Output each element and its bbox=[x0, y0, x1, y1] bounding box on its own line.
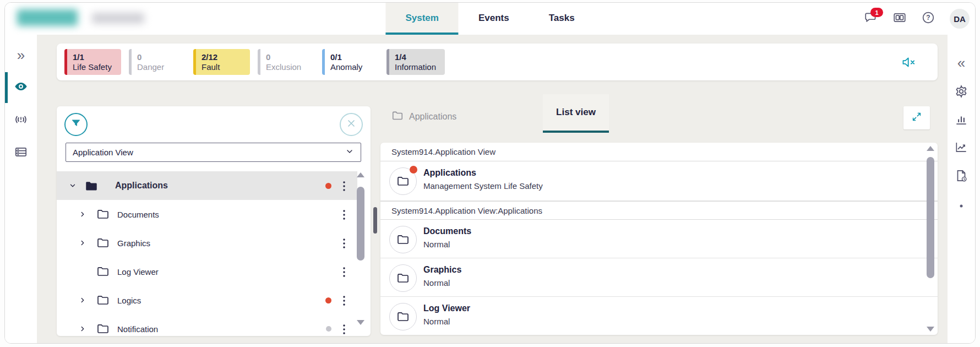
speaker-muted-icon bbox=[901, 62, 918, 71]
primary-tabs: System Events Tasks bbox=[385, 3, 594, 35]
item-status: Normal bbox=[423, 317, 450, 326]
summary-chip-fault[interactable]: 2/12 Fault bbox=[193, 49, 250, 75]
screen: System Events Tasks 1 ? DA bbox=[0, 0, 980, 347]
chip-label: Danger bbox=[137, 62, 177, 72]
tab-events[interactable]: Events bbox=[459, 3, 529, 35]
alarms-button[interactable] bbox=[14, 112, 28, 129]
kebab-menu-button[interactable] bbox=[340, 295, 349, 306]
kebab-menu-button[interactable] bbox=[340, 209, 349, 220]
chevron-down-icon[interactable] bbox=[69, 182, 77, 189]
tree-node-notification[interactable]: Notification bbox=[57, 315, 357, 336]
tree-node-graphics[interactable]: Graphics bbox=[57, 229, 357, 257]
summary-chip-life-safety[interactable]: 1/1 Life Safety bbox=[64, 49, 121, 75]
trends-button[interactable] bbox=[954, 140, 968, 156]
expand-rail-button[interactable]: » bbox=[17, 47, 25, 64]
filter-button[interactable] bbox=[64, 113, 88, 136]
event-dot bbox=[410, 166, 417, 174]
scrollbar-thumb[interactable] bbox=[357, 187, 364, 261]
collapse-panel-button[interactable]: « bbox=[957, 55, 965, 72]
tree-node-documents[interactable]: Documents bbox=[57, 200, 357, 229]
item-avatar bbox=[389, 226, 417, 253]
event-dot bbox=[325, 297, 331, 303]
workspace-name-redacted bbox=[92, 13, 144, 24]
chip-label: Information bbox=[395, 62, 436, 72]
folder-icon bbox=[96, 208, 110, 221]
item-title: Applications bbox=[423, 168, 476, 178]
summary-chip-danger[interactable]: 0 Danger bbox=[129, 49, 186, 75]
chevron-double-left-icon: « bbox=[957, 55, 965, 71]
kebab-menu-button[interactable] bbox=[340, 237, 349, 248]
tab-tasks[interactable]: Tasks bbox=[529, 3, 595, 35]
chip-count: 0 bbox=[137, 52, 177, 62]
panel-resize-handle[interactable] bbox=[373, 207, 377, 234]
folder-filled-icon bbox=[84, 179, 97, 192]
expand-arrows-icon bbox=[911, 111, 923, 125]
item-title: Documents bbox=[423, 226, 471, 236]
settings-button[interactable] bbox=[954, 84, 968, 101]
gear-icon bbox=[954, 91, 968, 100]
tree-node-label: Logics bbox=[117, 296, 141, 305]
chip-label: Fault bbox=[202, 62, 241, 72]
split-view-button[interactable] bbox=[892, 12, 907, 26]
chevron-down-icon bbox=[345, 147, 354, 158]
servers-button[interactable] bbox=[14, 145, 28, 161]
tab-system[interactable]: System bbox=[385, 3, 458, 35]
notifications-button[interactable]: 1 bbox=[864, 12, 878, 26]
mute-alarms-button[interactable] bbox=[901, 55, 918, 69]
summary-chip-exclusion[interactable]: 0 Exclusion bbox=[258, 49, 314, 75]
close-icon bbox=[346, 118, 356, 131]
server-rack-icon bbox=[14, 151, 28, 161]
more-indicator-dot bbox=[960, 205, 963, 208]
active-rail-indicator bbox=[5, 72, 8, 103]
top-bar-actions: 1 ? DA bbox=[864, 3, 970, 35]
list-item-documents[interactable]: Documents Normal bbox=[380, 220, 938, 258]
chevron-right-icon[interactable] bbox=[79, 239, 86, 247]
list-item-graphics[interactable]: Graphics Normal bbox=[380, 258, 938, 297]
help-button[interactable]: ? bbox=[921, 12, 935, 26]
item-avatar bbox=[389, 167, 417, 195]
event-dot bbox=[325, 183, 331, 189]
list-scrollbar[interactable] bbox=[927, 143, 934, 335]
user-avatar[interactable]: DA bbox=[950, 9, 970, 29]
event-summary-bar: 1/1 Life Safety 0 Danger 2/12 Fault 0 Ex… bbox=[57, 44, 938, 80]
chip-label: Anomaly bbox=[330, 62, 370, 72]
scroll-down-arrow[interactable] bbox=[927, 327, 934, 332]
breadcrumb[interactable]: Applications bbox=[391, 110, 456, 124]
tab-list-view[interactable]: List view bbox=[543, 94, 609, 133]
reports-button[interactable] bbox=[954, 112, 968, 129]
list-item-applications[interactable]: Applications Management System Life Safe… bbox=[380, 161, 938, 201]
bar-chart-icon bbox=[954, 119, 968, 128]
clear-filter-button[interactable] bbox=[340, 113, 363, 136]
list-group-header: System914.Application View bbox=[380, 143, 938, 161]
chevron-right-icon[interactable] bbox=[79, 296, 86, 304]
left-rail: » bbox=[5, 35, 37, 343]
system-browser-button[interactable] bbox=[13, 79, 29, 96]
kebab-menu-button[interactable] bbox=[340, 323, 349, 334]
tree-scrollbar[interactable] bbox=[357, 168, 364, 336]
help-icon: ? bbox=[921, 10, 935, 27]
folder-icon bbox=[96, 322, 110, 335]
summary-chip-information[interactable]: 1/4 Information bbox=[386, 49, 445, 75]
tree-node-logics[interactable]: Logics bbox=[57, 286, 357, 315]
breadcrumb-label: Applications bbox=[409, 112, 456, 122]
folder-icon bbox=[96, 236, 110, 250]
scrollbar-thumb[interactable] bbox=[927, 157, 934, 278]
tree-node-label: Applications bbox=[115, 181, 168, 191]
expand-view-button[interactable] bbox=[903, 106, 930, 129]
list-item-log-viewer[interactable]: Log Viewer Normal bbox=[380, 297, 938, 335]
summary-chip-anomaly[interactable]: 0/1 Anomaly bbox=[322, 49, 379, 75]
scroll-up-arrow[interactable] bbox=[357, 172, 364, 177]
tree-node-label: Log Viewer bbox=[117, 267, 159, 276]
kebab-menu-button[interactable] bbox=[340, 180, 349, 191]
scheduled-reports-button[interactable] bbox=[954, 169, 968, 185]
scroll-down-arrow[interactable] bbox=[357, 320, 364, 325]
chip-count: 0/1 bbox=[330, 52, 370, 62]
tree-node-applications[interactable]: Applications bbox=[57, 171, 357, 200]
view-selector[interactable]: Application View bbox=[66, 143, 361, 162]
tree-node-log-viewer[interactable]: Log Viewer bbox=[57, 257, 357, 286]
scroll-up-arrow[interactable] bbox=[927, 146, 934, 151]
chevron-right-icon[interactable] bbox=[79, 325, 86, 333]
item-title: Log Viewer bbox=[423, 303, 470, 313]
chevron-right-icon[interactable] bbox=[79, 210, 86, 218]
kebab-menu-button[interactable] bbox=[340, 266, 349, 277]
